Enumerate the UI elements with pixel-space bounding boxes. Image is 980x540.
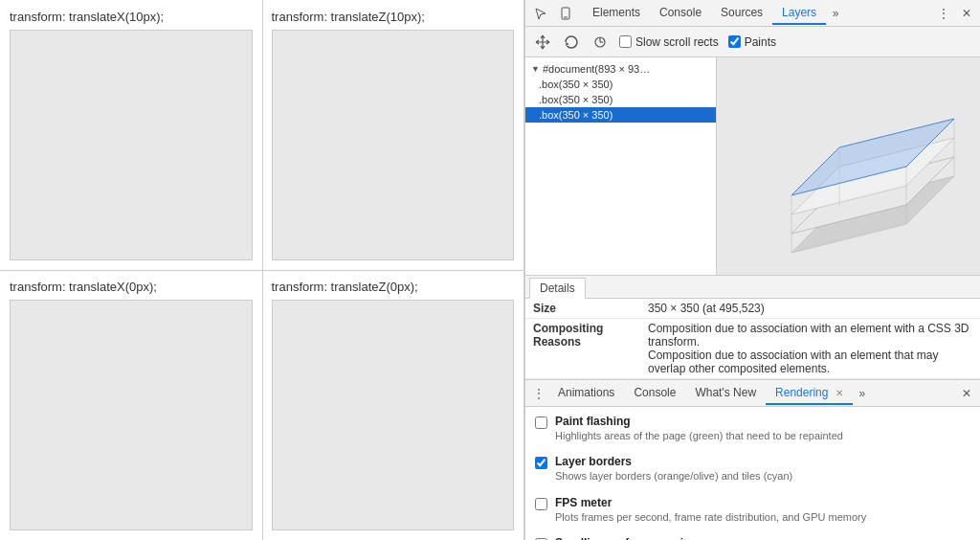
cell-top-left: transform: translateX(10px); [0, 0, 262, 270]
paints-checkbox[interactable] [728, 35, 741, 48]
layer-borders-desc: Shows layer borders (orange/olive) and t… [555, 469, 792, 484]
tree-item-box-3[interactable]: .box(350 × 350) [525, 107, 716, 123]
cell-top-right-label: transform: translateZ(10px); [272, 10, 515, 24]
rotate-icon[interactable] [562, 33, 581, 52]
devtools-topbar-right: ⋮ ✕ [934, 4, 976, 23]
cell-bottom-left-label: transform: translateX(0px); [10, 280, 253, 294]
mobile-icon[interactable] [554, 2, 577, 25]
tab-whats-new[interactable]: What's New [685, 382, 766, 405]
fps-meter-title: FPS meter [555, 496, 866, 509]
cell-bottom-left: transform: translateX(0px); [0, 270, 262, 540]
layers-3d-svg [724, 61, 973, 272]
fps-meter-checkbox[interactable] [535, 498, 547, 510]
size-value: 350 × 350 (at 495,523) [640, 299, 980, 319]
rendering-content: Paint flashingHighlights areas of the pa… [525, 407, 980, 540]
details-row-compositing: Compositing Reasons Composition due to a… [525, 319, 980, 379]
layers-tree: ▼ #document(893 × 93… .box(350 × 350) .b… [525, 57, 717, 275]
details-row-size: Size 350 × 350 (at 495,523) [525, 299, 980, 319]
render-option-paint-flashing: Paint flashingHighlights areas of the pa… [535, 415, 970, 443]
pan-icon[interactable] [533, 33, 552, 52]
slow-scroll-checkbox-label[interactable]: Slow scroll rects [619, 35, 719, 49]
webpage-preview: transform: translateX(10px); transform: … [0, 0, 524, 540]
close-rendering-panel-icon[interactable]: ✕ [957, 384, 976, 403]
details-table: Size 350 × 350 (at 495,523) Compositing … [525, 299, 980, 379]
cell-bottom-left-box [10, 300, 253, 530]
tree-item-box-1[interactable]: .box(350 × 350) [525, 77, 716, 92]
reset-icon[interactable] [590, 33, 610, 52]
tab-elements[interactable]: Elements [583, 2, 650, 25]
render-option-layer-borders: Layer bordersShows layer borders (orange… [535, 455, 970, 484]
rendering-menu-icon[interactable]: ⋮ [529, 384, 548, 403]
rendering-close-x[interactable]: ✕ [835, 388, 843, 398]
more-rendering-tabs-icon[interactable]: » [853, 387, 872, 400]
devtools-tabs: Elements Console Sources Layers » [583, 2, 928, 25]
fps-meter-desc: Plots frames per second, frame rate dist… [555, 510, 866, 525]
cell-bottom-right: transform: translateZ(0px); [262, 270, 524, 540]
tab-console[interactable]: Console [650, 2, 711, 25]
cell-top-left-box [10, 30, 253, 260]
cell-bottom-right-box [272, 300, 515, 530]
tab-layers[interactable]: Layers [772, 2, 826, 25]
triangle-icon: ▼ [531, 64, 540, 74]
paint-flashing-title: Paint flashing [555, 415, 843, 428]
rendering-panel: ⋮ Animations Console What's New Renderin… [525, 380, 980, 540]
more-tabs-btn[interactable]: » [826, 2, 845, 25]
close-devtools-icon[interactable]: ✕ [957, 4, 976, 23]
render-option-scrolling-performance: Scrolling performance issuesHighlights e… [535, 536, 970, 540]
cell-top-left-label: transform: translateX(10px); [10, 10, 253, 24]
compositing-label: Compositing Reasons [525, 319, 640, 379]
details-tab-bar: Details [525, 276, 980, 299]
tree-item-box-2[interactable]: .box(350 × 350) [525, 92, 716, 107]
cell-bottom-right-label: transform: translateZ(0px); [272, 280, 515, 294]
cursor-icon[interactable] [529, 2, 552, 25]
cell-top-right-box [272, 30, 515, 260]
devtools-panel: Elements Console Sources Layers » ⋮ ✕ [524, 0, 980, 540]
settings-icon[interactable]: ⋮ [934, 4, 953, 23]
size-label: Size [525, 299, 640, 319]
devtools-tool-icons [529, 2, 577, 25]
cell-top-right: transform: translateZ(10px); [262, 0, 524, 270]
tab-rendering[interactable]: Rendering ✕ [766, 382, 853, 405]
paint-flashing-desc: Highlights areas of the page (green) tha… [555, 429, 843, 443]
layers-3d-view[interactable] [717, 57, 980, 275]
tab-sources[interactable]: Sources [711, 2, 772, 25]
scrolling-performance-title: Scrolling performance issues [555, 536, 970, 540]
slow-scroll-checkbox[interactable] [619, 35, 632, 48]
paints-checkbox-label[interactable]: Paints [728, 35, 776, 49]
tab-details[interactable]: Details [529, 278, 586, 299]
layer-borders-checkbox[interactable] [535, 457, 547, 469]
layer-borders-title: Layer borders [555, 455, 792, 468]
tab-console-r[interactable]: Console [624, 382, 685, 405]
paint-flashing-checkbox[interactable] [535, 416, 547, 429]
details-panel: Details Size 350 × 350 (at 495,523) Comp… [525, 276, 980, 380]
layers-toolbar: Slow scroll rects Paints [525, 27, 980, 57]
devtools-topbar: Elements Console Sources Layers » ⋮ ✕ [525, 0, 980, 27]
rendering-topbar: ⋮ Animations Console What's New Renderin… [525, 380, 980, 407]
tree-item-document[interactable]: ▼ #document(893 × 93… [525, 61, 716, 77]
compositing-value: Composition due to association with an e… [640, 319, 980, 379]
render-option-fps-meter: FPS meterPlots frames per second, frame … [535, 496, 970, 525]
tab-animations[interactable]: Animations [548, 382, 624, 405]
